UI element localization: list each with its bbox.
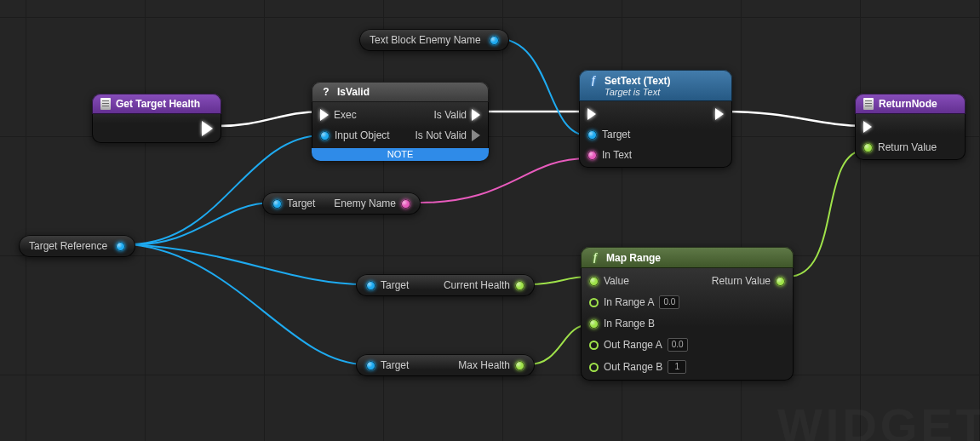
exec-in-pin[interactable] [587,108,632,120]
isvalid-out-pin[interactable]: Is Valid [434,109,480,121]
node-header: ? IsValid [312,82,489,102]
node-header: f Map Range [581,247,794,268]
exec-out-pin[interactable] [715,108,724,120]
exec-out-pin[interactable] [202,121,213,136]
outrange-b-input[interactable]: 1 [668,360,686,374]
node-settext[interactable]: f SetText (Text) Target is Text Target I… [579,70,732,168]
node-header: f SetText (Text) Target is Text [579,70,732,101]
function-icon: f [587,74,599,87]
node-isvalid[interactable]: ? IsValid Exec Input Object Is Valid Is … [312,82,489,161]
exec-in-pin[interactable]: Exec [320,109,390,121]
inrange-a-pin[interactable]: In Range A 0.0 [589,295,688,309]
node-textblock-enemy-name[interactable]: Text Block Enemy Name [359,29,509,51]
inrange-b-pin[interactable]: In Range B [589,318,688,329]
pin-label: Return Value [878,141,937,153]
target-in-pin[interactable]: Target [272,198,315,209]
pin-label: Target [287,198,315,209]
node-header: Get Target Health [92,94,221,114]
pin-label: In Range A [604,296,654,308]
maxhealth-out-pin[interactable]: Max Health [458,359,524,371]
pin-label: Is Not Valid [415,129,467,141]
function-icon: f [589,251,601,264]
inrange-a-input[interactable]: 0.0 [659,295,679,309]
doc-icon [100,98,111,110]
target-in-pin[interactable]: Target [366,279,409,291]
node-title: SetText (Text) [605,75,671,87]
node-header: ReturnNode [855,94,966,114]
value-in-pin[interactable]: Value [589,275,688,287]
node-subtitle: Target is Text [587,87,724,97]
node-title: IsValid [337,86,370,98]
return-value-pin[interactable]: Return Value [863,141,937,153]
node-current-health[interactable]: Target Current Health [356,274,535,296]
pin-label: Is Valid [434,109,467,121]
pin-label: Max Health [458,359,510,371]
object-out-pin[interactable] [116,242,125,251]
target-in-pin[interactable]: Target [587,129,632,140]
currenthealth-out-pin[interactable]: Current Health [444,279,524,291]
pin-label: Target [602,129,630,140]
intext-in-pin[interactable]: In Text [587,149,632,161]
isnotvalid-out-pin[interactable]: Is Not Valid [415,129,480,141]
node-title: ReturnNode [879,98,937,110]
node-note: NOTE [312,148,489,161]
node-title: Map Range [606,252,661,264]
pin-label: In Text [602,149,632,161]
node-label: Target Reference [29,240,107,252]
node-enemy-name[interactable]: Target Enemy Name [262,192,421,215]
node-target-reference[interactable]: Target Reference [19,235,135,257]
enemyname-out-pin[interactable]: Enemy Name [334,198,410,209]
exec-in-pin[interactable] [863,121,937,133]
outrange-a-input[interactable]: 0.0 [668,338,688,352]
node-title: Get Target Health [116,98,200,110]
pin-label: Enemy Name [334,198,396,209]
watermark: WIDGET [777,398,980,441]
pin-label: Input Object [335,129,390,141]
pin-label: Current Health [444,279,510,291]
pin-label: Out Range B [604,361,662,373]
node-return[interactable]: ReturnNode Return Value [855,94,966,160]
pin-label: Return Value [712,275,771,287]
return-value-pin[interactable]: Return Value [712,275,785,287]
node-label: Text Block Enemy Name [370,34,481,46]
pin-label: In Range B [604,318,655,329]
pin-label: Target [381,279,409,291]
object-out-pin[interactable] [490,36,499,45]
input-object-pin[interactable]: Input Object [320,129,390,141]
question-icon: ? [320,86,332,98]
outrange-b-pin[interactable]: Out Range B 1 [589,360,688,374]
target-in-pin[interactable]: Target [366,359,409,371]
outrange-a-pin[interactable]: Out Range A 0.0 [589,338,688,352]
doc-icon [863,98,874,110]
node-get-target-health[interactable]: Get Target Health [92,94,221,143]
pin-label: Value [604,275,629,287]
pin-label: Out Range A [604,339,662,351]
node-max-health[interactable]: Target Max Health [356,354,535,376]
node-map-range[interactable]: f Map Range Value In Range A 0.0 In Rang… [581,247,794,381]
pin-label: Target [381,359,409,371]
pin-label: Exec [334,109,357,121]
